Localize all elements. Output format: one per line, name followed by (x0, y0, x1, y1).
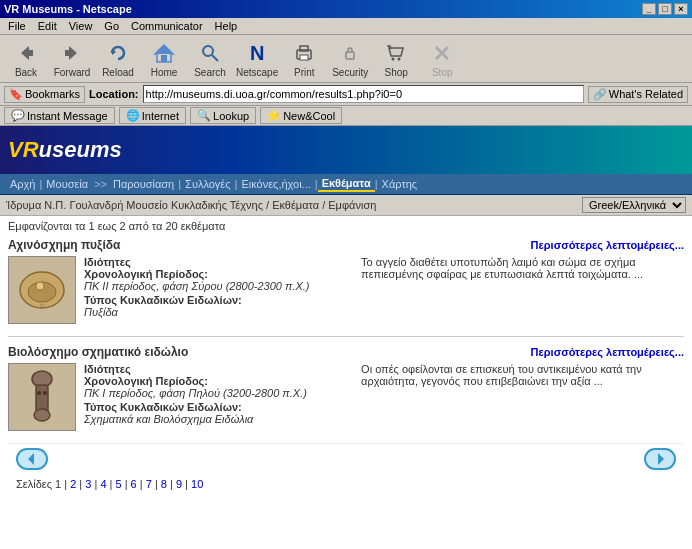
nav-ekthemata[interactable]: Εκθέματα (318, 176, 375, 192)
print-button[interactable]: Print (282, 37, 326, 80)
page-3[interactable]: 3 (85, 478, 91, 490)
instant-message-icon: 💬 (11, 109, 25, 122)
svg-point-20 (36, 282, 44, 290)
location-label: Location: (89, 88, 139, 100)
nav-parousiasei[interactable]: Παρουσίαση (109, 177, 178, 191)
search-label: Search (194, 67, 226, 78)
page-5[interactable]: 5 (115, 478, 121, 490)
nav-arche[interactable]: Αρχή (6, 177, 40, 191)
shop-label: Shop (385, 67, 408, 78)
artifact-2-body: Ιδιότητες Χρονολογική Περίοδος: ΠΚ Ι περ… (8, 363, 684, 431)
artifact-2-detail3-value: Σχηματικά και Βιολόσχημα Ειδώλια (84, 413, 353, 425)
svg-point-8 (203, 46, 213, 56)
bookmarks-label: Bookmarks (25, 88, 80, 100)
artifact-1-description: Το αγγείο διαθέτει υποτυπώδη λαιμό και σ… (361, 256, 684, 324)
stop-button[interactable]: Stop (420, 37, 464, 80)
print-icon (290, 39, 318, 67)
title-bar: VR Museums - Netscape _ □ × (0, 0, 692, 18)
page-1[interactable]: 1 (55, 478, 61, 490)
security-button[interactable]: Security (328, 37, 372, 80)
vr-header: VRuseums (0, 126, 692, 174)
svg-marker-7 (155, 45, 173, 54)
vr-logo-museums: useums (39, 137, 122, 162)
url-input[interactable] (143, 85, 584, 103)
pages-bar: Σελίδες 1 | 2 | 3 | 4 | 5 | 6 | 7 | 8 | … (8, 474, 684, 494)
whats-related-button[interactable]: 🔗 What's Related (588, 86, 688, 103)
reload-button[interactable]: Reload (96, 37, 140, 80)
svg-point-25 (37, 391, 41, 395)
svg-rect-1 (29, 50, 33, 56)
page-8[interactable]: 8 (161, 478, 167, 490)
instant-message-label: Instant Message (27, 110, 108, 122)
close-button[interactable]: × (674, 3, 688, 15)
artifact-1-more-details[interactable]: Περισσότερες λεπτομέρειες... (531, 239, 684, 251)
artifact-2-image (8, 363, 76, 431)
back-label: Back (15, 67, 37, 78)
internet-button[interactable]: 🌐 Internet (119, 107, 186, 124)
artifact-1-detail3-value: Πυξίδα (84, 306, 353, 318)
artifact-2-details: Ιδιότητες Χρονολογική Περίοδος: ΠΚ Ι περ… (84, 363, 353, 431)
page-9[interactable]: 9 (176, 478, 182, 490)
bookmarks-button[interactable]: 🔖 Bookmarks (4, 86, 85, 103)
vr-logo-vr: VR (8, 137, 39, 162)
next-page-button[interactable] (644, 448, 676, 470)
menu-file[interactable]: File (4, 19, 30, 33)
nav-sylloges[interactable]: Συλλογές (181, 177, 234, 191)
reload-icon (104, 39, 132, 67)
content-area: VRuseums Αρχή | Μουσεία >> Παρουσίαση | … (0, 126, 692, 549)
home-button[interactable]: Home (142, 37, 186, 80)
security-icon (336, 39, 364, 67)
svg-point-15 (398, 58, 401, 61)
lookup-button[interactable]: 🔍 Lookup (190, 107, 256, 124)
maximize-button[interactable]: □ (658, 3, 672, 15)
netscape-icon: N (243, 39, 271, 67)
shop-button[interactable]: Shop (374, 37, 418, 80)
menu-go[interactable]: Go (100, 19, 123, 33)
menu-edit[interactable]: Edit (34, 19, 61, 33)
nav-xartes[interactable]: Χάρτης (378, 177, 422, 191)
page-7[interactable]: 7 (146, 478, 152, 490)
nav-eikones[interactable]: Εικόνες,ήχοι... (237, 177, 314, 191)
artifact-1-body: ○ Ιδιότητες Χρονολογική Περίοδος: ΠΚ ΙΙ … (8, 256, 684, 324)
page-4[interactable]: 4 (100, 478, 106, 490)
svg-marker-27 (28, 453, 34, 465)
nav-bar: Αρχή | Μουσεία >> Παρουσίαση | Συλλογές … (0, 174, 692, 195)
menu-communicator[interactable]: Communicator (127, 19, 207, 33)
back-button[interactable]: Back (4, 37, 48, 80)
artifact-2-header: Βιολόσχημο σχηματικό ειδώλιο Περισσότερε… (8, 345, 684, 359)
whats-related-icon: 🔗 (593, 88, 607, 101)
nav-mouseia[interactable]: Μουσεία (42, 177, 92, 191)
bookmarks-icon: 🔖 (9, 88, 23, 101)
artifact-1-detail2-value: ΠΚ ΙΙ περίοδος, φάση Σύρου (2800-2300 π.… (84, 280, 353, 292)
prev-page-button[interactable] (16, 448, 48, 470)
artifact-2-more-details[interactable]: Περισσότερες λεπτομέρειες... (531, 346, 684, 358)
artifact-1-detail1-label: Ιδιότητες (84, 256, 353, 268)
menu-help[interactable]: Help (211, 19, 242, 33)
forward-button[interactable]: Forward (50, 37, 94, 80)
search-button[interactable]: Search (188, 37, 232, 80)
newcool-button[interactable]: ⭐ New&Cool (260, 107, 342, 124)
menu-bar: File Edit View Go Communicator Help (0, 18, 692, 35)
page-2[interactable]: 2 (70, 478, 76, 490)
netscape-button[interactable]: N Netscape (234, 37, 280, 80)
page-6[interactable]: 6 (131, 478, 137, 490)
window-title: VR Museums - Netscape (4, 3, 132, 15)
instant-message-button[interactable]: 💬 Instant Message (4, 107, 115, 124)
menu-view[interactable]: View (65, 19, 97, 33)
artifact-1-title: Αχινόσχημη πυξίδα (8, 238, 120, 252)
svg-rect-11 (300, 46, 308, 51)
svg-point-26 (43, 391, 47, 395)
location-bar: 🔖 Bookmarks Location: 🔗 What's Related (0, 83, 692, 106)
page-10[interactable]: 10 (191, 478, 203, 490)
vr-logo: VRuseums (8, 137, 122, 163)
lookup-label: Lookup (213, 110, 249, 122)
toolbar: Back Forward Reload Home Search N Netsca… (0, 35, 692, 83)
language-select[interactable]: Greek/Ελληνικά English (582, 197, 686, 213)
home-label: Home (151, 67, 178, 78)
artifact-2-detail2-value: ΠΚ Ι περίοδος, φάση Πηλού (3200-2800 π.Χ… (84, 387, 353, 399)
breadcrumb: Ίδρυμα Ν.Π. Γουλανδρή Μουσείο Κυκλαδικής… (6, 199, 376, 211)
internet-icon: 🌐 (126, 109, 140, 122)
minimize-button[interactable]: _ (642, 3, 656, 15)
pages-label: Σελίδες (16, 478, 52, 490)
artifact-2-detail1-label: Ιδιότητες (84, 363, 353, 375)
